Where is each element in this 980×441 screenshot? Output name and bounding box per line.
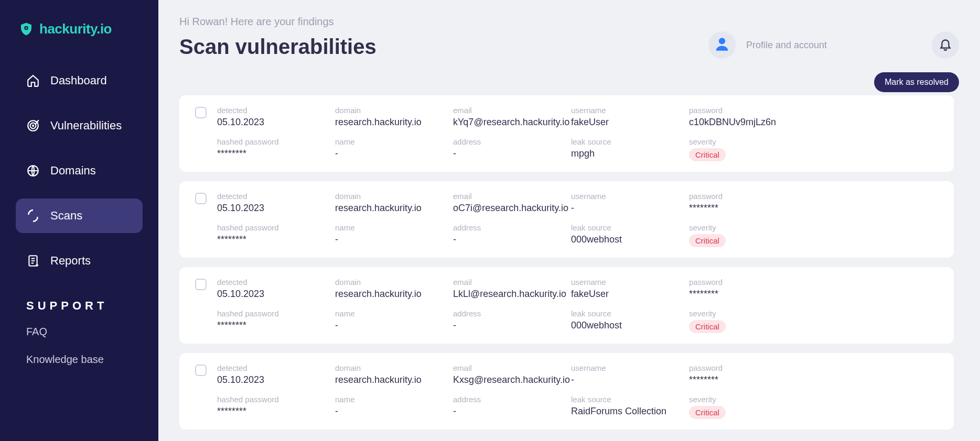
- cell-username: usernamefakeUser: [571, 106, 689, 128]
- field-value: c10kDBNUv9mjLz6n: [689, 117, 938, 128]
- field-value: -: [453, 234, 571, 245]
- field-value: ********: [689, 203, 938, 214]
- field-value: mpgh: [571, 148, 689, 159]
- field-label: password: [689, 192, 938, 201]
- cell-username: username-: [571, 192, 689, 214]
- field-label: domain: [335, 106, 453, 115]
- field-value: LkLl@research.hackurity.io: [453, 289, 571, 300]
- finding-card: detected05.10.2023domainresearch.hackuri…: [179, 95, 954, 172]
- cell-password: password********: [689, 192, 938, 214]
- field-value: oC7i@research.hackurity.io: [453, 203, 571, 214]
- field-value: -: [335, 406, 453, 417]
- sidebar: hackurity.io DashboardVulnerabilitiesDom…: [0, 0, 158, 441]
- cell-password: passwordc10kDBNUv9mjLz6n: [689, 106, 938, 128]
- cell-email: emailLkLl@research.hackurity.io: [453, 278, 571, 300]
- sidebar-item-dashboard[interactable]: Dashboard: [16, 63, 143, 98]
- sidebar-item-label: Scans: [50, 209, 82, 223]
- field-label: password: [689, 278, 938, 286]
- greeting: Hi Rowan! Here are your findings: [179, 16, 376, 28]
- field-value: 000webhost: [571, 234, 689, 245]
- field-label: address: [453, 309, 571, 318]
- cell-hashed-password: hashed password********: [217, 223, 335, 247]
- cell-leak-source: leak source000webhost: [571, 309, 689, 333]
- field-label: severity: [689, 309, 938, 318]
- field-value: -: [453, 148, 571, 159]
- cell-name: name-: [335, 223, 453, 247]
- support-item-faq[interactable]: FAQ: [0, 318, 158, 346]
- cell-detected: detected05.10.2023: [217, 192, 335, 214]
- field-label: severity: [689, 223, 938, 232]
- severity-badge: Critical: [689, 406, 726, 419]
- field-label: name: [335, 137, 453, 146]
- field-label: email: [453, 363, 571, 372]
- svg-point-7: [719, 38, 725, 44]
- cell-domain: domainresearch.hackurity.io: [335, 278, 453, 300]
- finding-checkbox[interactable]: [195, 107, 207, 118]
- sidebar-item-label: Reports: [50, 254, 91, 268]
- cell-detected: detected05.10.2023: [217, 363, 335, 385]
- field-label: detected: [217, 106, 335, 115]
- cell-hashed-password: hashed password********: [217, 137, 335, 161]
- cell-leak-source: leak sourcempgh: [571, 137, 689, 161]
- cell-hashed-password: hashed password********: [217, 395, 335, 419]
- field-label: detected: [217, 278, 335, 286]
- notifications-button[interactable]: [932, 31, 959, 59]
- sidebar-item-domains[interactable]: Domains: [16, 153, 143, 188]
- field-value: 05.10.2023: [217, 374, 335, 385]
- sidebar-item-label: Dashboard: [50, 74, 107, 87]
- finding-card: detected05.10.2023domainresearch.hackuri…: [179, 353, 954, 429]
- field-label: hashed password: [217, 137, 335, 146]
- field-label: hashed password: [217, 309, 335, 318]
- severity-badge: Critical: [689, 320, 726, 333]
- field-value: -: [453, 406, 571, 417]
- cell-leak-source: leak sourceRaidForums Collection: [571, 395, 689, 419]
- nav: DashboardVulnerabilitiesDomainsScansRepo…: [0, 63, 158, 278]
- profile-link[interactable]: Profile and account: [746, 40, 827, 51]
- field-label: name: [335, 309, 453, 318]
- finding-grid: detected05.10.2023domainresearch.hackuri…: [217, 106, 938, 161]
- field-value: Kxsg@research.hackurity.io: [453, 374, 571, 385]
- field-value: 05.10.2023: [217, 203, 335, 214]
- sidebar-item-scans[interactable]: Scans: [16, 199, 143, 233]
- cell-detected: detected05.10.2023: [217, 106, 335, 128]
- support-item-knowledge-base[interactable]: Knowledge base: [0, 346, 158, 373]
- field-label: username: [571, 363, 689, 372]
- finding-checkbox[interactable]: [195, 365, 207, 376]
- field-label: email: [453, 106, 571, 115]
- scan-icon: [26, 209, 40, 223]
- cell-email: emailKxsg@research.hackurity.io: [453, 363, 571, 385]
- sidebar-item-label: Vulnerabilities: [50, 119, 122, 133]
- finding-checkbox[interactable]: [195, 193, 207, 204]
- field-value: research.hackurity.io: [335, 203, 453, 214]
- dashboard-icon: [26, 74, 40, 87]
- finding-card: detected05.10.2023domainresearch.hackuri…: [179, 267, 954, 344]
- field-value: research.hackurity.io: [335, 117, 453, 128]
- field-value: 000webhost: [571, 320, 689, 331]
- main: Hi Rowan! Here are your findings Scan vu…: [158, 0, 980, 441]
- cell-domain: domainresearch.hackurity.io: [335, 363, 453, 385]
- sidebar-item-reports[interactable]: Reports: [16, 244, 143, 278]
- field-label: name: [335, 223, 453, 232]
- findings-scroll[interactable]: detected05.10.2023domainresearch.hackuri…: [179, 95, 959, 441]
- avatar[interactable]: [708, 31, 736, 59]
- finding-checkbox[interactable]: [195, 279, 207, 290]
- cell-address: address-: [453, 395, 571, 419]
- field-label: username: [571, 106, 689, 115]
- target-icon: [26, 119, 40, 133]
- support-heading: SUPPORT: [0, 289, 158, 318]
- field-label: username: [571, 278, 689, 286]
- cell-name: name-: [335, 137, 453, 161]
- cell-name: name-: [335, 309, 453, 333]
- header: Hi Rowan! Here are your findings Scan vu…: [179, 16, 959, 59]
- logo[interactable]: hackurity.io: [0, 10, 158, 63]
- field-label: name: [335, 395, 453, 404]
- field-label: detected: [217, 363, 335, 372]
- finding-grid: detected05.10.2023domainresearch.hackuri…: [217, 363, 938, 419]
- field-label: domain: [335, 192, 453, 201]
- field-label: detected: [217, 192, 335, 201]
- sidebar-item-vulnerabilities[interactable]: Vulnerabilities: [16, 108, 143, 143]
- field-value: ********: [217, 234, 335, 245]
- field-value: -: [571, 374, 689, 385]
- field-label: hashed password: [217, 395, 335, 404]
- mark-as-resolved-button[interactable]: Mark as resolved: [874, 72, 959, 92]
